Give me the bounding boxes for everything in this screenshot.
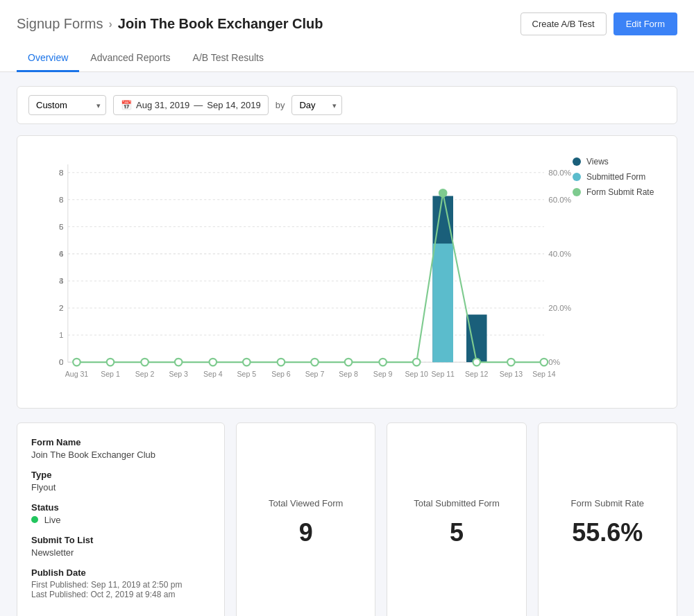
rate-dot bbox=[507, 359, 515, 366]
legend-label-views: Views bbox=[586, 157, 609, 166]
tab-bar: Overview Advanced Reports A/B Test Resul… bbox=[17, 45, 677, 71]
submit-list-label: Submit To List bbox=[31, 535, 210, 545]
svg-text:Sep 14: Sep 14 bbox=[532, 370, 556, 378]
rate-dot bbox=[311, 359, 319, 366]
submit-list-value: Newsletter bbox=[31, 547, 210, 558]
svg-text:6: 6 bbox=[59, 195, 63, 204]
total-viewed-card: Total Viewed Form 9 bbox=[236, 422, 375, 616]
interval-select-wrapper: Day Week Month bbox=[291, 95, 342, 115]
create-ab-test-button[interactable]: Create A/B Test bbox=[520, 12, 607, 35]
submitted-value: 5 bbox=[450, 518, 464, 547]
rate-dot bbox=[413, 359, 421, 366]
tab-advanced-reports[interactable]: Advanced Reports bbox=[79, 45, 181, 72]
svg-text:0%: 0% bbox=[548, 357, 560, 366]
svg-text:60.0%: 60.0% bbox=[548, 195, 571, 204]
svg-text:Sep 5: Sep 5 bbox=[237, 370, 257, 378]
svg-text:Sep 11: Sep 11 bbox=[431, 370, 455, 378]
filter-bar: Custom Last 7 Days Last 30 Days 📅 Aug 31… bbox=[17, 86, 677, 124]
legend-dot-views bbox=[573, 157, 581, 166]
tab-overview[interactable]: Overview bbox=[17, 45, 79, 72]
form-name-value: Join The Book Exchanger Club bbox=[31, 450, 210, 460]
legend-label-rate: Form Submit Rate bbox=[586, 187, 654, 197]
svg-text:80.0%: 80.0% bbox=[548, 168, 571, 177]
svg-text:Sep 3: Sep 3 bbox=[169, 370, 188, 378]
chart-svg: 0 2 4 6 6 8 8 0 1 2 3 4 5 6 8 bbox=[31, 150, 559, 399]
last-published: Last Published: Oct 2, 2019 at 9:48 am bbox=[31, 590, 210, 599]
status-dot-live bbox=[31, 516, 38, 523]
svg-text:0: 0 bbox=[59, 357, 63, 366]
form-rate-card: Form Submit Rate 55.6% bbox=[538, 422, 677, 616]
rate-dot bbox=[278, 359, 285, 366]
rate-dot bbox=[210, 359, 217, 366]
breadcrumb-arrow: › bbox=[109, 18, 112, 31]
legend-views: Views bbox=[573, 157, 663, 166]
bar-sep12-views bbox=[466, 314, 487, 362]
rate-dot bbox=[541, 359, 548, 366]
svg-text:40.0%: 40.0% bbox=[548, 249, 571, 258]
svg-text:Sep 6: Sep 6 bbox=[271, 370, 291, 378]
date-range-picker[interactable]: 📅 Aug 31, 2019 — Sep 14, 2019 bbox=[113, 95, 269, 115]
legend-label-submitted: Submitted Form bbox=[586, 172, 645, 182]
page-header: Signup Forms › Join The Book Exchanger C… bbox=[0, 0, 694, 72]
tab-ab-test-results[interactable]: A/B Test Results bbox=[182, 45, 275, 72]
period-select[interactable]: Custom Last 7 Days Last 30 Days bbox=[28, 95, 106, 115]
rate-value: 55.6% bbox=[572, 518, 643, 547]
legend-dot-rate bbox=[573, 188, 581, 196]
header-actions: Create A/B Test Edit Form bbox=[520, 12, 677, 35]
date-end: Sep 14, 2019 bbox=[207, 100, 260, 110]
svg-text:Sep 9: Sep 9 bbox=[373, 370, 393, 378]
svg-text:4: 4 bbox=[59, 249, 64, 258]
publish-date-label: Publish Date bbox=[31, 567, 210, 578]
chart-container: 0 2 4 6 6 8 8 0 1 2 3 4 5 6 8 bbox=[17, 135, 677, 409]
svg-text:1: 1 bbox=[59, 330, 63, 339]
bar-sep11-submitted bbox=[432, 243, 453, 362]
by-label: by bbox=[276, 100, 285, 110]
rate-label: Form Submit Rate bbox=[571, 498, 644, 508]
stats-row: Form Name Join The Book Exchanger Club T… bbox=[17, 422, 677, 616]
main-content: Custom Last 7 Days Last 30 Days 📅 Aug 31… bbox=[0, 72, 694, 616]
breadcrumb-current: Join The Book Exchanger Club bbox=[118, 16, 323, 32]
svg-text:Sep 2: Sep 2 bbox=[135, 370, 155, 378]
rate-dot bbox=[141, 359, 149, 366]
svg-text:Sep 13: Sep 13 bbox=[500, 370, 523, 378]
date-start: Aug 31, 2019 bbox=[136, 100, 189, 110]
legend-rate: Form Submit Rate bbox=[573, 187, 663, 197]
first-published: First Published: Sep 11, 2019 at 2:50 pm bbox=[31, 580, 210, 590]
svg-text:5: 5 bbox=[59, 222, 63, 231]
date-separator: — bbox=[194, 100, 203, 110]
breadcrumb: Signup Forms › Join The Book Exchanger C… bbox=[17, 16, 323, 32]
status-label: Status bbox=[31, 502, 210, 513]
svg-text:Sep 12: Sep 12 bbox=[465, 370, 489, 378]
rate-dot bbox=[243, 359, 251, 366]
breadcrumb-link[interactable]: Signup Forms bbox=[17, 16, 103, 32]
interval-select[interactable]: Day Week Month bbox=[291, 95, 342, 115]
rate-dot bbox=[107, 359, 115, 366]
svg-text:2: 2 bbox=[59, 303, 63, 312]
svg-text:Aug 31: Aug 31 bbox=[65, 370, 89, 378]
rate-dot bbox=[175, 359, 183, 366]
viewed-label: Total Viewed Form bbox=[269, 498, 343, 508]
form-info-card: Form Name Join The Book Exchanger Club T… bbox=[17, 422, 225, 616]
edit-form-button[interactable]: Edit Form bbox=[613, 12, 677, 35]
period-select-wrapper: Custom Last 7 Days Last 30 Days bbox=[28, 95, 106, 115]
type-value: Flyout bbox=[31, 482, 210, 493]
form-name-label: Form Name bbox=[31, 437, 210, 447]
rate-dot bbox=[345, 359, 353, 366]
rate-dot bbox=[379, 359, 387, 366]
rate-dot bbox=[473, 359, 480, 366]
legend-dot-submitted bbox=[573, 173, 581, 181]
legend-submitted: Submitted Form bbox=[573, 172, 663, 182]
status-value: Live bbox=[31, 515, 210, 525]
rate-dot-peak bbox=[439, 189, 447, 197]
svg-text:Sep 7: Sep 7 bbox=[305, 370, 325, 378]
chart-legend: Views Submitted Form Form Submit Rate bbox=[573, 150, 663, 401]
svg-text:8: 8 bbox=[59, 168, 63, 177]
svg-text:Sep 8: Sep 8 bbox=[339, 370, 358, 378]
viewed-value: 9 bbox=[299, 518, 313, 547]
svg-text:Sep 10: Sep 10 bbox=[405, 370, 428, 378]
calendar-icon: 📅 bbox=[121, 100, 132, 110]
submitted-label: Total Submitted Form bbox=[414, 498, 500, 508]
svg-text:Sep 1: Sep 1 bbox=[101, 370, 120, 378]
svg-text:20.0%: 20.0% bbox=[548, 303, 571, 312]
rate-dot bbox=[73, 359, 81, 366]
